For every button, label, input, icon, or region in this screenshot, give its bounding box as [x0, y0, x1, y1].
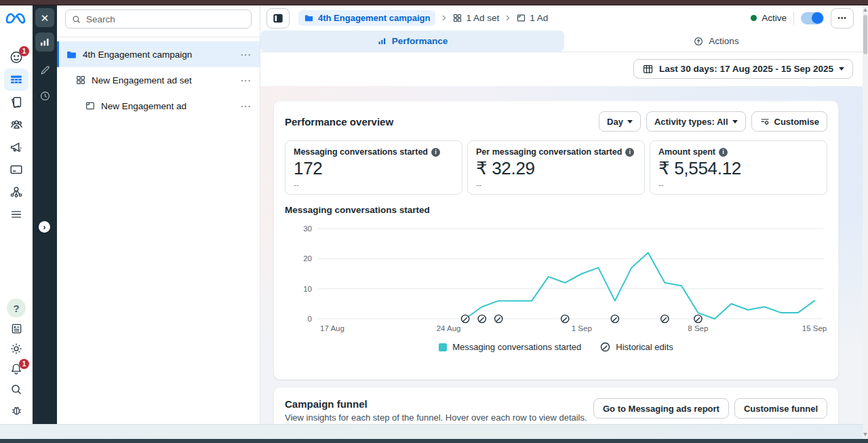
- app-window: 1 ?: [0, 5, 868, 424]
- top-bar: 4th Engagement campaign 1 Ad set 1 Ad: [260, 5, 868, 31]
- insights-chart-icon[interactable]: [35, 33, 54, 52]
- search-rail-icon[interactable]: [4, 379, 28, 400]
- tab-performance[interactable]: Performance: [260, 31, 564, 52]
- info-icon[interactable]: i: [719, 148, 728, 157]
- metric-value: 172: [294, 158, 454, 179]
- campaign-on-off-toggle[interactable]: [801, 12, 824, 24]
- bottom-dock-strip: [0, 424, 868, 439]
- tree-item-label: New Engagement ad set: [92, 75, 235, 85]
- metric-secondary: --: [294, 180, 454, 190]
- tree-item-ad[interactable]: New Engagement ad ···: [57, 93, 260, 119]
- search-icon: [71, 14, 81, 24]
- tree-item-label: 4th Engagement campaign: [83, 50, 235, 60]
- svg-text:1 Sep: 1 Sep: [572, 324, 592, 332]
- info-icon[interactable]: i: [431, 148, 440, 157]
- chevron-down-icon: [732, 120, 738, 123]
- breadcrumb: 4th Engagement campaign 1 Ad set 1 Ad: [298, 10, 548, 26]
- rail-top-items: 1: [4, 46, 28, 225]
- folder-icon: [304, 13, 314, 23]
- close-panel-icon[interactable]: ✕: [35, 8, 54, 27]
- tree-item-campaign[interactable]: 4th Engagement campaign ···: [57, 41, 260, 67]
- help-question-glyph: ?: [7, 298, 26, 317]
- tree-search-box[interactable]: [65, 9, 252, 28]
- pages-icon[interactable]: [4, 91, 28, 113]
- date-range-selector[interactable]: Last 30 days: 17 Aug 2025 - 15 Sep 2025: [633, 59, 853, 79]
- scroll-up-arrow[interactable]: [863, 8, 867, 12]
- grid-icon: [452, 13, 462, 23]
- notifications-bell-icon[interactable]: 1: [4, 359, 28, 379]
- expand-panel-button[interactable]: ›: [39, 221, 50, 233]
- customise-funnel-button[interactable]: Customise funnel: [734, 398, 827, 419]
- funnel-header-text: Campaign funnel View insights for each s…: [285, 398, 587, 423]
- metric-card-amount-spent[interactable]: Amount spent i ₹ 5,554.12 --: [650, 140, 827, 195]
- frame-icon: [516, 13, 526, 23]
- advertise-icon[interactable]: [4, 136, 28, 158]
- metric-card-cost-per-conversation[interactable]: Per messaging conversation started i ₹ 3…: [467, 140, 645, 195]
- meta-logo: [5, 9, 27, 28]
- performance-overview-card: Performance overview Day Activity types:…: [273, 100, 839, 380]
- browser-chrome-strip: [0, 0, 868, 5]
- active-status-dot: [751, 15, 757, 21]
- row-more-button[interactable]: ···: [241, 101, 252, 111]
- all-tools-icon[interactable]: [4, 203, 28, 225]
- interval-dropdown[interactable]: Day: [599, 111, 641, 132]
- global-nav-rail: 1 ?: [0, 5, 33, 424]
- series-swatch: [439, 343, 447, 351]
- metric-label: Per messaging conversation started: [476, 147, 622, 157]
- campaign-folder-icon: [66, 49, 77, 60]
- breadcrumb-ad-set[interactable]: 1 Ad set: [452, 13, 499, 23]
- settings-gear-icon[interactable]: [4, 339, 28, 359]
- bottom-edge-bar: [0, 439, 868, 443]
- tree-item-label: New Engagement ad: [101, 101, 235, 111]
- chevron-down-icon: [627, 120, 633, 123]
- collapse-sidebar-button[interactable]: [267, 8, 290, 28]
- metric-label: Messaging conversations started: [294, 147, 428, 157]
- metric-card-conversations[interactable]: Messaging conversations started i 172 --: [285, 140, 462, 195]
- breadcrumb-ad[interactable]: 1 Ad: [516, 13, 548, 23]
- audiences-icon[interactable]: [4, 113, 28, 136]
- help-icon[interactable]: ?: [4, 298, 28, 318]
- ads-manager-icon[interactable]: [4, 69, 28, 91]
- history-clock-icon[interactable]: [35, 86, 54, 105]
- main-panel: 4th Engagement campaign 1 Ad set 1 Ad: [260, 5, 868, 424]
- messaging-ads-report-button[interactable]: Go to Messaging ads report: [593, 398, 729, 419]
- scroll-content[interactable]: Performance overview Day Activity types:…: [260, 86, 868, 424]
- more-options-button[interactable]: •••: [831, 8, 854, 28]
- search-input[interactable]: [86, 14, 245, 24]
- rail-bottom-items: ? 1: [4, 298, 28, 420]
- breadcrumb-campaign[interactable]: 4th Engagement campaign: [298, 10, 435, 26]
- view-tabs: Performance Actions: [260, 31, 868, 52]
- tree-item-ad-set[interactable]: New Engagement ad set ···: [57, 67, 260, 93]
- performance-card-header: Performance overview Day Activity types:…: [285, 111, 827, 132]
- edit-pencil-icon[interactable]: [35, 60, 54, 79]
- chevron-right-icon: [439, 14, 448, 22]
- vertical-scrollbar[interactable]: [863, 5, 868, 439]
- info-icon[interactable]: i: [625, 148, 634, 157]
- topbar-right-controls: Active •••: [751, 8, 854, 28]
- customise-button[interactable]: Customise: [751, 111, 827, 132]
- activity-types-dropdown[interactable]: Activity types: All: [646, 111, 746, 132]
- funnel-title: Campaign funnel: [285, 398, 587, 410]
- updates-icon[interactable]: [4, 318, 28, 339]
- line-chart[interactable]: 010203017 Aug24 Aug1 Sep8 Sep15 Sep: [285, 218, 827, 336]
- campaign-tree-panel: 4th Engagement campaign ··· New Engageme…: [57, 5, 260, 424]
- billing-icon[interactable]: [4, 158, 28, 180]
- funnel-subtitle: View insights for each step of the funne…: [285, 412, 587, 423]
- svg-text:30: 30: [303, 225, 312, 233]
- performance-chart-icon: [377, 36, 387, 46]
- row-more-button[interactable]: ···: [241, 50, 252, 60]
- assets-icon[interactable]: [4, 180, 28, 203]
- status-badge: Active: [751, 13, 787, 23]
- funnel-buttons: Go to Messaging ads report Customise fun…: [593, 398, 827, 419]
- chevron-right-icon: [503, 14, 512, 22]
- scrollbar-thumb[interactable]: [863, 15, 867, 54]
- legend-item-series: Messaging conversations started: [439, 342, 581, 352]
- account-badge: 1: [19, 46, 29, 56]
- row-more-button[interactable]: ···: [241, 75, 252, 85]
- card-title: Performance overview: [285, 116, 393, 128]
- account-smiley-icon[interactable]: 1: [4, 46, 28, 69]
- scroll-down-arrow[interactable]: [863, 433, 867, 436]
- tab-actions[interactable]: Actions: [564, 31, 868, 52]
- svg-text:17 Aug: 17 Aug: [320, 324, 344, 332]
- bug-report-icon[interactable]: [4, 400, 28, 420]
